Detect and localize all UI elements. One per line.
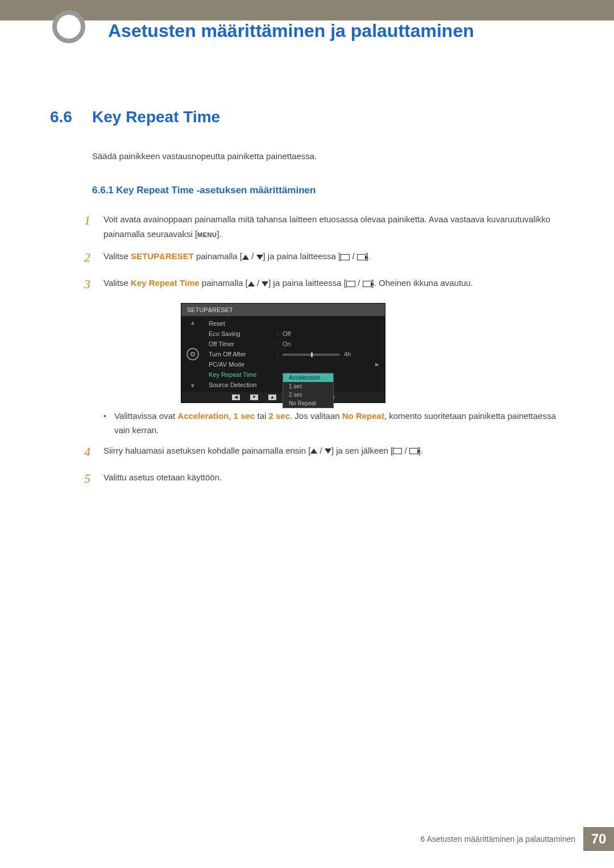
step-number: 4 (84, 441, 103, 462)
nav-down-icon: ▼ (250, 394, 258, 400)
osd-row-pcav: PC/AV Mode ▶ (204, 359, 385, 369)
osd-label: Off Timer (209, 340, 277, 347)
rect-icon (346, 281, 355, 287)
section-heading: 6.6 Key Repeat Time (50, 108, 567, 126)
step-text: painamalla [ (194, 251, 242, 261)
osd-row-offtimer: Off Timer: On (204, 339, 385, 349)
step-5: 5 Valittu asetus otetaan käyttöön. (84, 470, 567, 489)
subsection-heading: 6.6.1 Key Repeat Time -asetuksen määritt… (92, 185, 567, 196)
osd-window: SETUP&RESET ▲ ▼ Reset Eco Saving: Off (181, 303, 385, 403)
step-text: Valittu asetus otetaan käyttöön. (103, 470, 567, 485)
subsection-title: Key Repeat Time -asetuksen määrittäminen (116, 185, 316, 196)
osd-value: 4h (283, 351, 379, 358)
rect-arrow-icon (409, 448, 418, 454)
step-text: Voit avata avainoppaan painamalla mitä t… (103, 214, 550, 239)
osd-row-reset: Reset (204, 318, 385, 329)
section-number: 6.6 (50, 108, 92, 126)
step-number: 2 (84, 247, 103, 268)
rect-icon (341, 254, 350, 260)
keyword: Acceleration (177, 411, 229, 421)
step-3: 3 Valitse Key Repeat Time painamalla [ /… (84, 276, 567, 294)
bullet-icon: • (103, 410, 106, 423)
step-text: Siirry haluamasi asetuksen kohdalle pain… (103, 446, 310, 455)
intro-text: Säädä painikkeen vastausnopeutta painike… (92, 151, 567, 161)
triangle-up-icon (248, 281, 255, 286)
chevron-down-icon: ▼ (190, 383, 196, 389)
rect-icon (393, 448, 402, 454)
step-text: ] ja sen jälkeen [ (331, 446, 393, 455)
step-number: 3 (84, 273, 103, 294)
osd-label: Key Repeat Time (209, 371, 277, 378)
bullet-text: tai (255, 411, 268, 421)
step-text: Valitse (103, 278, 131, 288)
step-text: ] ja paina laitteessa [ (268, 278, 346, 288)
page-title: Asetusten määrittäminen ja palauttaminen (108, 20, 474, 41)
bullet-note: • Valittavissa ovat Acceleration, 1 sec … (103, 409, 567, 438)
chevron-right-icon: ▶ (374, 362, 379, 367)
keyword: Key Repeat Time (131, 278, 200, 288)
osd-dd-1sec: 1 sec (283, 382, 333, 391)
osd-label: PC/AV Mode (209, 361, 277, 368)
top-bar (0, 0, 614, 20)
osd-dd-norepeat: No Repeat (283, 399, 333, 408)
keyword: No Repeat (342, 411, 384, 421)
nav-up-icon: ▲ (268, 394, 276, 400)
osd-row-eco: Eco Saving: Off (204, 329, 385, 339)
keyword: 2 sec (268, 411, 290, 421)
osd-side: ▲ ▼ (181, 316, 204, 392)
osd-dd-2sec: 2 sec (283, 391, 333, 399)
step-text: Valitse (103, 251, 131, 261)
keyword: 1 sec (234, 411, 255, 421)
rect-arrow-icon (357, 254, 366, 260)
step-2: 2 Valitse SETUP&RESET painamalla [ / ] j… (84, 249, 567, 268)
triangle-down-icon (256, 255, 263, 260)
osd-slider-value: 4h (344, 351, 351, 358)
step-number: 1 (84, 210, 103, 231)
step-4: 4 Siirry haluamasi asetuksen kohdalle pa… (84, 443, 567, 462)
step-text: ] ja paina laitteessa [ (263, 251, 341, 261)
bullet-text: Valittavissa ovat (114, 411, 177, 421)
triangle-up-icon (310, 448, 317, 454)
triangle-down-icon (262, 281, 268, 286)
bullet-text: . Jos valitaan (290, 411, 342, 421)
subsection-number: 6.6.1 (92, 185, 114, 196)
osd-label: Turn Off After (209, 351, 277, 358)
footer: 6 Asetusten määrittäminen ja palauttamin… (421, 827, 614, 851)
step-text: painamalla [ (200, 278, 248, 288)
triangle-up-icon (242, 255, 249, 260)
chapter-badge (52, 10, 85, 43)
page-number: 70 (583, 827, 614, 851)
chevron-up-icon: ▲ (190, 319, 196, 326)
menu-label: MENU (197, 231, 217, 238)
osd-dropdown: Acceleration 1 sec 2 sec No Repeat (283, 373, 334, 408)
osd-rows: Reset Eco Saving: Off Off Timer: On Turn… (204, 316, 385, 392)
nav-left-icon: ◀ (232, 394, 240, 400)
osd-value: On (283, 340, 379, 347)
footer-text: 6 Asetusten määrittäminen ja palauttamin… (421, 834, 575, 844)
slider-icon (283, 354, 339, 356)
gear-icon (186, 348, 199, 360)
osd-label: Source Detection (209, 381, 277, 388)
triangle-down-icon (325, 448, 331, 454)
rect-arrow-icon (363, 281, 372, 287)
content: 6.6 Key Repeat Time Säädä painikkeen vas… (50, 108, 567, 497)
keyword: SETUP&RESET (131, 251, 194, 261)
step-text: ]. (217, 229, 221, 239)
osd-dd-acceleration: Acceleration (283, 373, 333, 382)
step-1: 1 Voit avata avainoppaan painamalla mitä… (84, 212, 567, 241)
osd-row-turnoff: Turn Off After: 4h (204, 349, 385, 359)
osd-header: SETUP&RESET (181, 304, 385, 316)
bullet-text: , (229, 411, 233, 421)
step-number: 5 (84, 468, 103, 489)
step-text: ]. Oheinen ikkuna avautuu. (372, 278, 473, 288)
osd-value: Off (283, 330, 379, 337)
osd-label: Reset (209, 320, 277, 327)
section-title: Key Repeat Time (92, 108, 220, 126)
steps-list: 1 Voit avata avainoppaan painamalla mitä… (84, 212, 567, 489)
osd-label: Eco Saving (209, 330, 277, 337)
